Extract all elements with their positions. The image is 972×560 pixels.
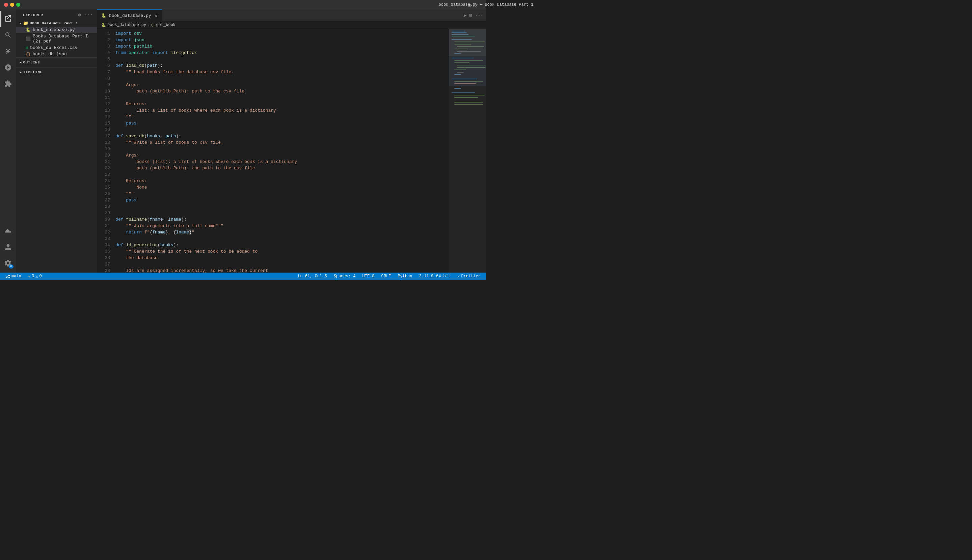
activity-run-debug[interactable] <box>0 59 16 75</box>
tree-item-py[interactable]: 🐍 book_database.py <box>16 27 97 33</box>
activity-explorer[interactable] <box>0 11 16 27</box>
minimap-highlight <box>449 29 486 56</box>
maximize-button[interactable] <box>16 3 20 7</box>
activity-source-control[interactable] <box>0 43 16 59</box>
settings-badge: 0 <box>9 265 13 268</box>
folder-tree: ▾ 📁 BOOK DATABASE PART 1 🐍 book_database… <box>16 19 97 273</box>
tree-item-pdf[interactable]: ⬛ Books Database Part I (2).pdf <box>16 33 97 45</box>
encoding-status[interactable]: UTF-8 <box>361 274 376 278</box>
code-line-35: """Generate the id of the next book to b… <box>114 248 449 255</box>
svg-rect-24 <box>454 95 484 95</box>
activity-search[interactable] <box>0 27 16 43</box>
tab-close-button[interactable]: ✕ <box>154 12 158 19</box>
outline-section: ▶ OUTLINE <box>16 57 97 67</box>
minimize-button[interactable] <box>10 3 14 7</box>
eol-label: CRLF <box>381 274 391 278</box>
run-icon[interactable]: ▶ <box>464 12 466 18</box>
code-line-11 <box>114 95 449 101</box>
code-line-3: import pathlib <box>114 43 449 50</box>
tree-item-json[interactable]: {} books_db.json <box>16 51 97 57</box>
tab-file-icon: 🐍 <box>101 13 106 18</box>
tree-item-csv[interactable]: ▦ books_db Excel.csv <box>16 45 97 51</box>
code-line-25: None <box>114 184 449 191</box>
breadcrumb: 🐍 book_database.py › ⬡ get_book <box>97 21 486 29</box>
tab-bar: 🐍 book_database.py ✕ ▶ ⊟ ··· <box>97 10 486 21</box>
sidebar-header-icons: ⊕ ··· <box>78 12 93 18</box>
new-file-icon[interactable]: ⊕ <box>78 12 81 18</box>
git-branch-status[interactable]: ⎇ main <box>4 274 23 279</box>
code-line-22: path (pathlib.Path): the path to the csv… <box>114 165 449 172</box>
more-options-icon[interactable]: ··· <box>84 12 93 18</box>
code-line-31: """Join arguments into a full name""" <box>114 223 449 229</box>
explorer-label: EXPLORER <box>23 13 43 17</box>
warnings-count: 0 <box>39 274 42 278</box>
tree-item-label: books_db.json <box>32 52 67 57</box>
svg-rect-25 <box>454 97 478 98</box>
breadcrumb-py-icon: 🐍 <box>101 23 106 27</box>
main-area: 0 EXPLORER ⊕ ··· ▾ 📁 BOOK DATABASE PART … <box>0 10 486 273</box>
traffic-lights <box>4 3 20 7</box>
code-line-28 <box>114 203 449 210</box>
code-line-8 <box>114 75 449 82</box>
formatter-icon: ✓ <box>457 274 460 279</box>
status-right: Ln 61, Col 5 Spaces: 4 UTF-8 CRLF Python… <box>296 274 482 279</box>
svg-rect-23 <box>452 92 475 93</box>
pdf-file-icon: ⬛ <box>26 37 31 42</box>
breadcrumb-separator: › <box>147 23 150 27</box>
outline-chevron-icon: ▶ <box>20 60 22 65</box>
cursor-position[interactable]: Ln 61, Col 5 <box>296 274 328 278</box>
tree-item-label: books_db Excel.csv <box>30 45 77 50</box>
code-line-1: import csv <box>114 30 449 37</box>
timeline-header[interactable]: ▶ TIMELINE <box>16 69 97 75</box>
code-line-21: books (list): a list of books where each… <box>114 158 449 165</box>
code-line-29 <box>114 210 449 216</box>
tree-folder-root[interactable]: ▾ 📁 BOOK DATABASE PART 1 <box>16 20 97 27</box>
tab-book-database[interactable]: 🐍 book_database.py ✕ <box>97 10 162 21</box>
python-version-status[interactable]: 3.11.0 64-bit <box>418 274 452 278</box>
code-line-30: def fullname(fname, lname): <box>114 216 449 223</box>
activity-extensions[interactable] <box>0 75 16 92</box>
spaces-label: Spaces: 4 <box>334 274 356 278</box>
language-status[interactable]: Python <box>396 274 413 278</box>
status-bar: ⎇ main ✕ 0 ⚠ 0 Ln 61, Col 5 Spaces: 4 UT… <box>0 273 486 280</box>
activity-testing[interactable] <box>0 223 16 239</box>
breadcrumb-function[interactable]: get_book <box>156 23 175 27</box>
more-actions-icon[interactable]: ··· <box>475 13 483 18</box>
status-left: ⎇ main ✕ 0 ⚠ 0 <box>4 274 43 279</box>
code-line-9: Args: <box>114 82 449 88</box>
outline-header[interactable]: ▶ OUTLINE <box>16 59 97 66</box>
breadcrumb-file[interactable]: book_database.py <box>107 23 146 27</box>
timeline-chevron-icon: ▶ <box>20 70 22 74</box>
timeline-label: TIMELINE <box>23 70 43 74</box>
close-button[interactable] <box>4 3 8 7</box>
activity-settings[interactable]: 0 <box>0 255 16 271</box>
breadcrumb-fn-icon: ⬡ <box>151 23 155 27</box>
chevron-down-icon: ▾ <box>20 21 22 25</box>
code-line-12: Returns: <box>114 101 449 107</box>
code-content[interactable]: import csv import json import pathlib fr… <box>114 29 449 273</box>
errors-status[interactable]: ✕ 0 ⚠ 0 <box>27 274 43 279</box>
code-editor: 12345 678910 1112131415 1617181920 21222… <box>97 29 486 273</box>
activity-bar: 0 <box>0 10 16 273</box>
code-line-20: Args: <box>114 152 449 158</box>
window-title: book_database.py — Book Database Part 1 <box>439 2 486 7</box>
excel-file-icon: ▦ <box>26 45 28 50</box>
spaces-status[interactable]: Spaces: 4 <box>332 274 357 278</box>
tree-item-label: book_database.py <box>33 27 75 32</box>
code-line-26: """ <box>114 191 449 197</box>
eol-status[interactable]: CRLF <box>380 274 392 278</box>
editor-actions: ▶ ⊟ ··· <box>162 10 486 21</box>
activity-account[interactable] <box>0 239 16 255</box>
code-line-37 <box>114 261 449 268</box>
code-line-34: def id_generator(books): <box>114 242 449 248</box>
python-file-icon: 🐍 <box>26 27 31 32</box>
svg-rect-22 <box>454 88 461 89</box>
svg-rect-27 <box>454 104 483 105</box>
ln-col-label: Ln 61, Col 5 <box>298 274 327 278</box>
split-editor-icon[interactable]: ⊟ <box>469 12 472 18</box>
sidebar-header: EXPLORER ⊕ ··· <box>16 10 97 19</box>
formatter-status[interactable]: ✓ Prettier <box>456 274 482 279</box>
code-line-38: Ids are assigned incrementally, so we ta… <box>114 268 449 273</box>
code-line-19 <box>114 146 449 152</box>
git-branch-icon: ⎇ <box>5 274 10 279</box>
